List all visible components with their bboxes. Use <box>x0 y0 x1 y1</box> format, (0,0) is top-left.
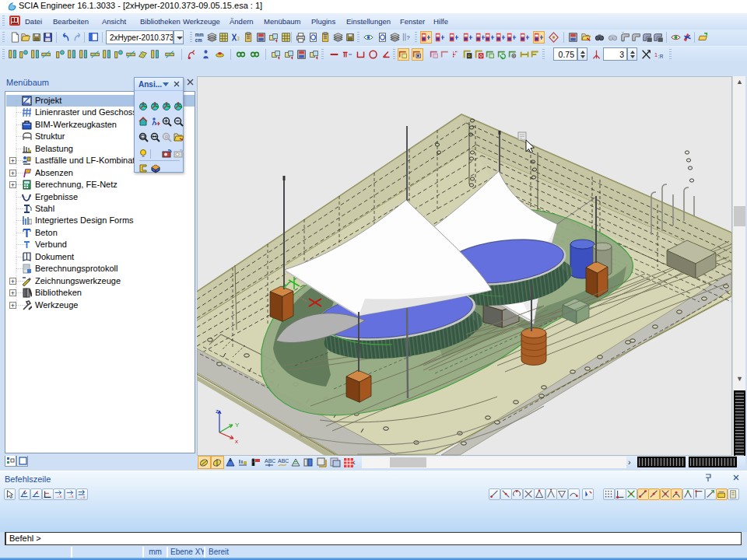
svg-text:1: 1 <box>654 51 658 58</box>
svg-text:→x: →x <box>68 494 74 499</box>
svg-text:R: R <box>165 135 169 139</box>
svg-text:x: x <box>235 438 238 445</box>
svg-text:cm: cm <box>195 37 202 43</box>
svg-text:→x: →x <box>56 494 62 499</box>
svg-text:z: z <box>216 408 219 415</box>
svg-text:ABC: ABC <box>278 458 289 464</box>
svg-text:3: 3 <box>237 36 240 41</box>
svg-text:ABC: ABC <box>265 458 275 464</box>
svg-text:Y: Y <box>235 422 240 429</box>
svg-text:?: ? <box>407 34 410 41</box>
svg-text::R: :R <box>658 54 664 59</box>
svg-text:→x: →x <box>79 495 86 499</box>
svg-text:R: R <box>468 54 471 58</box>
